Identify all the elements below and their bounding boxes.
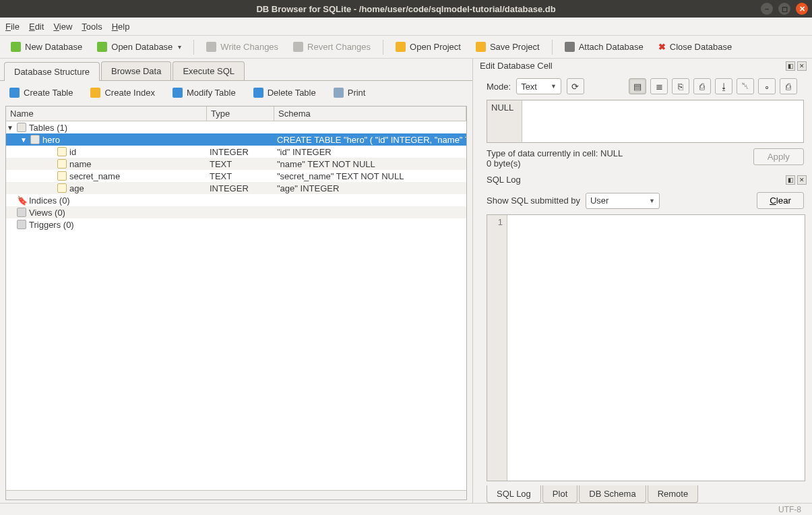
toolbar-separator xyxy=(383,40,383,55)
main-tabs: Database Structure Browse Data Execute S… xyxy=(0,59,472,80)
tree-node-triggers[interactable]: ▼Triggers (0) xyxy=(6,218,466,231)
null-icon[interactable]: ␀ xyxy=(737,78,754,94)
open-database-button[interactable]: Open Database ▾ xyxy=(92,40,187,54)
apply-button: Apply xyxy=(753,148,804,165)
table-group-icon xyxy=(17,123,26,132)
text-mode-icon[interactable]: ▤ xyxy=(629,78,646,94)
tree-body[interactable]: ▼Tables (1) ▼hero CREATE TABLE "hero" ( … xyxy=(6,121,466,490)
window-title: DB Browser for SQLite - /home/user/code/… xyxy=(256,4,555,14)
tag-icon: 🔖 xyxy=(17,195,26,205)
header-name[interactable]: Name xyxy=(6,107,207,121)
edit-cell-title: Edit Database Cell xyxy=(480,61,553,71)
attach-database-button[interactable]: Attach Database xyxy=(559,40,649,54)
status-bar: UTF-8 xyxy=(0,503,812,515)
mode-label: Mode: xyxy=(487,82,511,92)
print-cell-icon[interactable]: ⎙ xyxy=(780,78,797,94)
expander-icon[interactable]: ▼ xyxy=(6,124,14,131)
tab-browse-data[interactable]: Browse Data xyxy=(101,61,171,80)
refresh-icon[interactable]: ⟳ xyxy=(567,78,584,94)
bottom-tab-remote[interactable]: Remote xyxy=(648,485,699,503)
edit-cell-panel-header: Edit Database Cell ◧ ✕ xyxy=(473,59,812,73)
menu-edit[interactable]: Edit xyxy=(29,22,44,32)
tree-node-indices[interactable]: ▼🔖Indices (0) xyxy=(6,194,466,206)
revert-changes-icon xyxy=(293,42,303,52)
attach-database-icon xyxy=(565,42,575,52)
open-database-icon xyxy=(97,42,107,52)
create-index-button[interactable]: Create Index xyxy=(88,86,157,99)
window-maximize-button[interactable]: ◻ xyxy=(778,3,790,15)
save-project-button[interactable]: Save Project xyxy=(470,40,545,54)
print-button[interactable]: Print xyxy=(331,86,369,99)
save-icon[interactable]: ⭳ xyxy=(715,78,732,94)
revert-changes-button: Revert Changes xyxy=(288,40,376,54)
cell-text-area[interactable] xyxy=(522,100,803,142)
modify-table-icon xyxy=(173,88,183,98)
toolbar-separator xyxy=(193,40,194,55)
views-icon xyxy=(17,208,26,217)
rtl-mode-icon[interactable]: ≣ xyxy=(650,78,668,94)
import-icon[interactable]: ⎘ xyxy=(672,78,689,94)
cell-gutter: NULL xyxy=(487,100,522,142)
status-encoding: UTF-8 xyxy=(778,505,801,514)
header-schema[interactable]: Schema xyxy=(274,107,466,121)
sql-log-title: SQL Log xyxy=(487,175,521,185)
show-sql-label: Show SQL submitted by xyxy=(487,195,580,206)
tree-node-hero[interactable]: ▼hero CREATE TABLE "hero" ( "id" INTEGER… xyxy=(6,133,466,146)
clear-icon[interactable]: ∘ xyxy=(758,78,776,94)
close-database-button[interactable]: ✖ Close Database xyxy=(653,40,738,54)
clear-button[interactable]: Clear xyxy=(757,192,804,209)
bottom-tab-db-schema[interactable]: DB Schema xyxy=(579,485,646,503)
create-table-button[interactable]: Create Table xyxy=(7,86,75,99)
column-icon xyxy=(57,183,67,193)
sql-log-textarea[interactable]: 1 xyxy=(487,214,805,481)
cell-editor[interactable]: NULL xyxy=(487,100,804,143)
tree-node-column[interactable]: name TEXT "name" TEXT NOT NULL xyxy=(6,158,466,170)
expander-icon[interactable]: ▼ xyxy=(20,136,28,144)
write-changes-icon xyxy=(206,42,216,52)
panel-undock-icon[interactable]: ◧ xyxy=(786,61,795,71)
tree-node-tables[interactable]: ▼Tables (1) xyxy=(6,121,466,133)
window-close-button[interactable]: ✕ xyxy=(796,3,808,15)
write-changes-button: Write Changes xyxy=(201,40,284,54)
main-toolbar: New Database Open Database ▾ Write Chang… xyxy=(0,36,812,59)
menu-view[interactable]: View xyxy=(53,22,72,32)
open-project-button[interactable]: Open Project xyxy=(390,40,466,54)
triggers-icon xyxy=(17,220,26,229)
schema-tree: Name Type Schema ▼Tables (1) ▼hero CREAT… xyxy=(5,106,467,500)
chevron-down-icon: ▼ xyxy=(551,83,557,90)
open-project-icon xyxy=(396,42,406,52)
menu-help[interactable]: Help xyxy=(112,22,130,32)
tree-node-column[interactable]: secret_name TEXT "secret_name" TEXT NOT … xyxy=(6,170,466,182)
panel-close-icon[interactable]: ✕ xyxy=(797,61,807,71)
window-titlebar: DB Browser for SQLite - /home/user/code/… xyxy=(0,0,812,18)
sql-log-panel-header: SQL Log ◧ ✕ xyxy=(473,173,812,187)
tree-node-column[interactable]: id INTEGER "id" INTEGER xyxy=(6,146,466,158)
table-icon xyxy=(30,135,40,144)
bottom-tab-sql-log[interactable]: SQL Log xyxy=(487,485,541,503)
panel-undock-icon[interactable]: ◧ xyxy=(786,175,795,185)
new-database-button[interactable]: New Database xyxy=(5,40,88,54)
modify-table-button[interactable]: Modify Table xyxy=(170,86,239,99)
mode-select[interactable]: Text ▼ xyxy=(516,78,561,94)
bottom-tab-plot[interactable]: Plot xyxy=(542,485,577,503)
tree-node-column[interactable]: age INTEGER "age" INTEGER xyxy=(6,182,466,194)
export-icon[interactable]: ⎙ xyxy=(693,78,711,94)
header-type[interactable]: Type xyxy=(207,107,274,121)
structure-toolbar: Create Table Create Index Modify Table D… xyxy=(0,80,472,104)
tree-header: Name Type Schema xyxy=(6,107,466,121)
column-icon xyxy=(57,171,67,181)
tab-database-structure[interactable]: Database Structure xyxy=(4,62,100,81)
menu-tools[interactable]: Tools xyxy=(82,22,102,32)
submitted-by-select[interactable]: User ▼ xyxy=(586,193,660,209)
create-table-icon xyxy=(9,88,20,98)
tree-node-views[interactable]: ▼Views (0) xyxy=(6,206,466,218)
horizontal-scrollbar[interactable] xyxy=(6,490,466,499)
toolbar-separator xyxy=(552,40,553,55)
panel-close-icon[interactable]: ✕ xyxy=(797,175,807,185)
window-minimize-button[interactable]: – xyxy=(761,3,773,15)
tab-execute-sql[interactable]: Execute SQL xyxy=(173,61,245,80)
menu-file[interactable]: File xyxy=(5,22,20,32)
delete-table-button[interactable]: Delete Table xyxy=(251,86,319,99)
close-database-icon: ✖ xyxy=(658,42,666,52)
save-project-icon xyxy=(476,42,486,52)
